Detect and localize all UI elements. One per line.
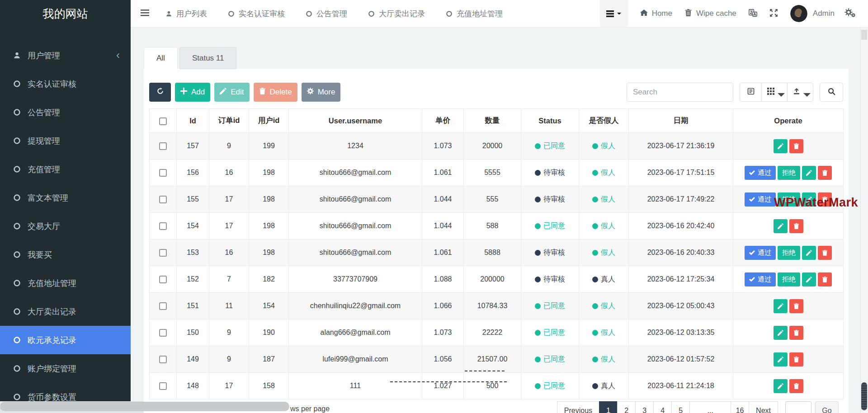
column-header[interactable]: Status: [521, 109, 579, 133]
delete-button[interactable]: Delete: [254, 83, 297, 102]
settings-gear-icon[interactable]: [844, 8, 855, 19]
reject-button[interactable]: 拒绝: [778, 166, 800, 180]
sidebar-item[interactable]: 公告管理: [0, 98, 131, 127]
page-button[interactable]: 16: [731, 401, 749, 413]
row-checkbox[interactable]: [159, 329, 167, 337]
approve-button[interactable]: 通过: [745, 272, 776, 286]
topbar-tab[interactable]: 用户列表: [165, 9, 207, 19]
row-checkbox[interactable]: [159, 276, 167, 283]
select-all-checkbox[interactable]: [159, 117, 167, 125]
topbar-tab[interactable]: 大厅卖出记录: [368, 9, 425, 19]
add-button[interactable]: Add: [175, 83, 210, 102]
home-link[interactable]: Home: [640, 9, 672, 19]
row-checkbox[interactable]: [159, 142, 167, 150]
sidebar-item[interactable]: 提现管理: [0, 127, 131, 155]
row-checkbox[interactable]: [159, 302, 167, 310]
translate-icon[interactable]: [749, 9, 757, 19]
edit-row-button[interactable]: [802, 166, 816, 180]
admin-label[interactable]: Admin: [813, 9, 835, 18]
topbar-tab[interactable]: 公告管理: [306, 9, 347, 19]
topbar-tab-label: 充值地址管理: [457, 9, 503, 19]
edit-row-button[interactable]: [774, 299, 788, 313]
sidebar-item[interactable]: 账户绑定管理: [0, 354, 131, 383]
delete-row-button[interactable]: [789, 352, 803, 366]
column-header[interactable]: 订单id: [209, 109, 249, 133]
menu-list-dropdown-button[interactable]: [600, 0, 628, 27]
page-button[interactable]: 4: [653, 401, 672, 413]
export-dropdown-button[interactable]: [787, 83, 813, 102]
sidebar-item[interactable]: 交易大厅: [0, 212, 131, 240]
columns-dropdown-button[interactable]: [761, 83, 788, 102]
sidebar-item[interactable]: 富文本管理: [0, 183, 131, 212]
approve-button[interactable]: 通过: [745, 166, 776, 180]
hamburger-icon[interactable]: [141, 9, 149, 18]
row-checkbox[interactable]: [159, 249, 167, 257]
sidebar-item[interactable]: 实名认证审核: [0, 70, 131, 98]
circle-icon: [306, 10, 312, 17]
reject-button[interactable]: 拒绝: [778, 272, 800, 286]
column-header[interactable]: Operate: [733, 109, 844, 133]
column-header[interactable]: User.username: [289, 109, 422, 133]
next-page-button[interactable]: Next: [749, 401, 778, 413]
sidebar-item[interactable]: 充值地址管理: [0, 269, 131, 297]
sidebar-item[interactable]: 欧元承兑记录: [0, 326, 131, 354]
delete-row-button[interactable]: [789, 299, 803, 313]
column-header[interactable]: 单价: [422, 109, 464, 133]
column-header[interactable]: 是否假人: [579, 109, 629, 133]
search-input[interactable]: [627, 83, 733, 102]
row-checkbox[interactable]: [159, 222, 167, 230]
approve-button[interactable]: 通过: [745, 192, 776, 206]
vertical-scrollbar-thumb[interactable]: [861, 382, 867, 410]
column-header[interactable]: Id: [177, 109, 209, 133]
go-button[interactable]: Go: [815, 401, 839, 413]
delete-row-button[interactable]: [818, 166, 832, 180]
row-checkbox[interactable]: [159, 382, 167, 390]
topbar-tab[interactable]: 充值地址管理: [446, 9, 503, 19]
delete-row-button[interactable]: [789, 139, 803, 153]
panel-tab[interactable]: Status 11: [179, 47, 237, 69]
row-checkbox[interactable]: [159, 196, 167, 203]
reject-button[interactable]: 拒绝: [778, 246, 800, 260]
horizontal-scrollbar-thumb[interactable]: [0, 402, 289, 411]
panel-tab[interactable]: All: [144, 47, 178, 69]
row-checkbox[interactable]: [159, 169, 167, 177]
row-checkbox[interactable]: [159, 356, 167, 363]
page-jump-input[interactable]: [785, 401, 811, 413]
approve-button[interactable]: 通过: [745, 246, 776, 260]
delete-row-button[interactable]: [789, 326, 803, 340]
search-button[interactable]: [820, 83, 843, 102]
edit-row-button[interactable]: [774, 379, 788, 393]
fullscreen-icon[interactable]: [769, 9, 778, 19]
delete-row-button[interactable]: [789, 219, 803, 233]
sidebar-item[interactable]: 我要买: [0, 240, 131, 269]
refresh-button[interactable]: [149, 83, 171, 102]
sidebar-item[interactable]: 用户管理‹: [0, 41, 131, 70]
edit-row-button[interactable]: [774, 219, 788, 233]
page-button[interactable]: 5: [671, 401, 690, 413]
column-header[interactable]: 用户id: [249, 109, 289, 133]
column-header[interactable]: 数量: [464, 109, 521, 133]
sidebar-item[interactable]: 大厅卖出记录: [0, 297, 131, 326]
sidebar-item[interactable]: 充值管理: [0, 155, 131, 183]
page-button[interactable]: 2: [617, 401, 636, 413]
delete-row-button[interactable]: [818, 272, 832, 286]
delete-row-button[interactable]: [789, 379, 803, 393]
wipe-cache-link[interactable]: Wipe cache: [684, 9, 736, 19]
page-button[interactable]: 1: [599, 401, 618, 413]
edit-row-button[interactable]: [774, 352, 788, 366]
topbar-tab[interactable]: 实名认证审核: [228, 9, 285, 19]
edit-button[interactable]: Edit: [214, 83, 249, 102]
column-header[interactable]: 日期: [629, 109, 733, 133]
form-view-button[interactable]: [740, 83, 762, 102]
page-button[interactable]: 3: [635, 401, 654, 413]
home-icon: [640, 9, 648, 19]
delete-row-button[interactable]: [818, 246, 832, 260]
more-button[interactable]: More: [302, 83, 341, 102]
edit-row-button[interactable]: [774, 139, 788, 153]
edit-row-button[interactable]: [802, 246, 816, 260]
edit-row-button[interactable]: [802, 272, 816, 286]
edit-row-button[interactable]: [774, 326, 788, 340]
prev-page-button[interactable]: Previous: [557, 401, 599, 413]
status-text: 待审核: [543, 195, 565, 204]
avatar[interactable]: [790, 5, 807, 22]
